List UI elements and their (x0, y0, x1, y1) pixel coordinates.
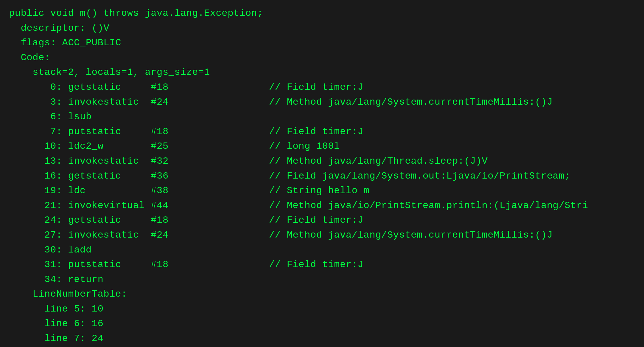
code-line: 27: invokestatic #24 // Method java/lang… (9, 228, 635, 243)
code-line: 10: ldc2_w #25 // long 100l (9, 139, 635, 154)
code-line: 6: lsub (9, 109, 635, 124)
code-line: 16: getstatic #36 // Field java/lang/Sys… (9, 169, 635, 184)
code-line: line 6: 16 (9, 316, 635, 331)
code-line: 3: invokestatic #24 // Method java/lang/… (9, 95, 635, 110)
code-line: LocalVariableTable: (9, 346, 635, 347)
code-line: 21: invokevirtual #44 // Method java/io/… (9, 198, 635, 213)
code-line: 30: ladd (9, 243, 635, 258)
code-line: 13: invokestatic #32 // Method java/lang… (9, 154, 635, 169)
code-line: 24: getstatic #18 // Field timer:J (9, 213, 635, 228)
code-line: 7: putstatic #18 // Field timer:J (9, 124, 635, 139)
code-line: descriptor: ()V (9, 21, 635, 36)
code-line: 0: getstatic #18 // Field timer:J (9, 80, 635, 95)
code-line: line 5: 10 (9, 302, 635, 317)
code-line: Code: (9, 50, 635, 65)
code-line: 31: putstatic #18 // Field timer:J (9, 257, 635, 272)
code-line: 19: ldc #38 // String hello m (9, 183, 635, 198)
code-line: line 7: 24 (9, 331, 635, 346)
code-line: flags: ACC_PUBLIC (9, 35, 635, 50)
code-line: public void m() throws java.lang.Excepti… (9, 6, 635, 21)
code-line: stack=2, locals=1, args_size=1 (9, 65, 635, 80)
code-line: 34: return (9, 272, 635, 287)
code-output: public void m() throws java.lang.Excepti… (9, 6, 635, 347)
code-line: LineNumberTable: (9, 287, 635, 302)
terminal-window: public void m() throws java.lang.Excepti… (0, 0, 644, 347)
